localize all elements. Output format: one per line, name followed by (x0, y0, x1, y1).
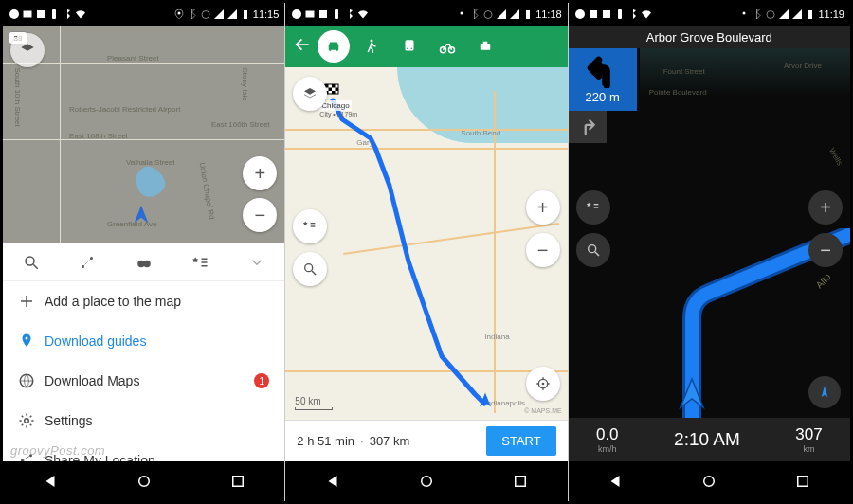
zoom-in-button[interactable]: + (808, 190, 843, 225)
signal-icon (778, 9, 789, 20)
star-list-icon (302, 219, 318, 234)
signal-icon (791, 9, 803, 20)
svg-point-16 (26, 337, 28, 340)
status-time: 11:15 (253, 9, 280, 20)
mode-walk[interactable] (355, 30, 388, 63)
signal-icon (213, 9, 225, 20)
svg-point-0 (9, 9, 19, 19)
svg-point-29 (484, 11, 492, 19)
recents-icon[interactable] (229, 473, 246, 490)
tab-bookmarks[interactable] (172, 254, 227, 271)
mode-bike[interactable] (431, 30, 463, 63)
transport-mode-bar (285, 26, 567, 67)
layers-icon (19, 42, 36, 59)
menu-label: Settings (45, 413, 93, 428)
zoom-in-button[interactable]: + (526, 190, 560, 225)
screen-menu: 11:15 Pleasant Street Roberts-Jacobi Res… (3, 3, 285, 501)
home-icon[interactable] (136, 473, 153, 490)
gmail-icon (22, 9, 33, 20)
wifi-icon (357, 9, 369, 20)
svg-rect-63 (798, 477, 808, 487)
location-arrow-icon (131, 204, 152, 225)
screen-navigation: 11:19 Arbor Grove Boulevard Fount Street… (569, 3, 850, 501)
signal-icon (227, 9, 238, 20)
svg-rect-3 (52, 9, 56, 19)
menu-add-place[interactable]: Add a place to the map (3, 281, 284, 321)
location-icon (173, 9, 185, 20)
menu-list: Add a place to the map Download guides D… (3, 281, 284, 461)
tab-more[interactable] (228, 254, 284, 271)
alarm-icon (200, 9, 211, 20)
home-icon[interactable] (700, 473, 717, 490)
svg-rect-52 (590, 10, 597, 18)
bluetooth-icon (469, 9, 481, 20)
watermark: groovyPost.com (10, 443, 105, 458)
zoom-out-button[interactable]: − (808, 233, 843, 267)
svg-rect-1 (24, 11, 32, 18)
search-icon (302, 261, 318, 277)
back-button[interactable] (293, 35, 312, 58)
bookmarks-button[interactable] (576, 190, 610, 225)
bluetooth-icon (752, 9, 763, 20)
gmail-icon (304, 9, 316, 20)
turn-distance: 220 m (586, 90, 620, 104)
tab-route[interactable] (59, 254, 115, 271)
status-bar: 11:18 (285, 3, 567, 26)
home-icon[interactable] (418, 473, 435, 490)
mode-transit[interactable] (393, 30, 426, 63)
location-icon (456, 9, 467, 20)
svg-rect-57 (808, 10, 812, 19)
svg-point-36 (411, 48, 413, 50)
search-button[interactable] (576, 233, 610, 267)
svg-rect-54 (618, 9, 622, 19)
mode-car[interactable] (318, 30, 350, 63)
svg-point-49 (422, 477, 432, 487)
my-location-button[interactable] (526, 367, 560, 401)
status-bar: 11:15 (3, 3, 284, 26)
current-street: Arbor Grove Boulevard (569, 26, 850, 48)
route-duration: 2 h 51 min (297, 434, 354, 448)
next-turn[interactable] (569, 111, 607, 143)
tab-search[interactable] (3, 254, 59, 271)
zoom-out-button[interactable]: − (243, 198, 277, 232)
start-button[interactable]: START (486, 426, 555, 456)
svg-rect-27 (335, 9, 338, 19)
svg-point-56 (767, 11, 774, 19)
crosshair-icon (535, 376, 551, 391)
map-label: South 10th Street (13, 68, 22, 127)
route-map[interactable]: Evanston Gary South Bend Indiana Indiana… (285, 67, 567, 420)
tab-discover[interactable] (116, 254, 172, 271)
zoom-in-button[interactable]: + (243, 156, 277, 190)
spotify-icon (291, 9, 302, 20)
layers-icon (302, 86, 318, 101)
phone-icon (614, 9, 626, 20)
svg-rect-6 (244, 10, 247, 19)
search-icon (23, 254, 40, 271)
mode-taxi[interactable] (469, 30, 501, 63)
pin-icon (18, 333, 35, 350)
train-icon (401, 38, 418, 55)
menu-settings[interactable]: Settings (3, 401, 284, 441)
turn-right-icon (579, 118, 596, 135)
spotify-icon (9, 9, 20, 20)
road-label: Wells (827, 147, 844, 167)
nav-map[interactable]: Fount Street Arvor Drive Pointe Boulevar… (569, 48, 850, 418)
recents-icon[interactable] (512, 473, 529, 490)
back-icon[interactable] (324, 473, 341, 490)
android-navbar (569, 461, 850, 501)
back-icon[interactable] (42, 473, 59, 490)
compass-button[interactable] (808, 376, 841, 408)
layers-button[interactable] (10, 33, 45, 67)
turn-instruction[interactable]: 220 m (569, 48, 637, 111)
recents-icon[interactable] (794, 473, 811, 490)
svg-line-8 (33, 264, 38, 269)
menu-download-maps[interactable]: Download Maps 1 (3, 361, 284, 401)
zoom-out-button[interactable]: − (526, 233, 560, 267)
menu-download-guides[interactable]: Download guides (3, 321, 284, 361)
wifi-icon (75, 9, 86, 20)
nav-status-bar[interactable]: 0.0 km/h 2:10 AM 307 km (569, 418, 850, 461)
back-icon[interactable] (607, 473, 624, 490)
status-time: 11:19 (818, 9, 844, 20)
map-view[interactable]: Pleasant Street Roberts-Jacobi Restricte… (3, 26, 284, 243)
status-bar: 11:19 (569, 3, 850, 26)
